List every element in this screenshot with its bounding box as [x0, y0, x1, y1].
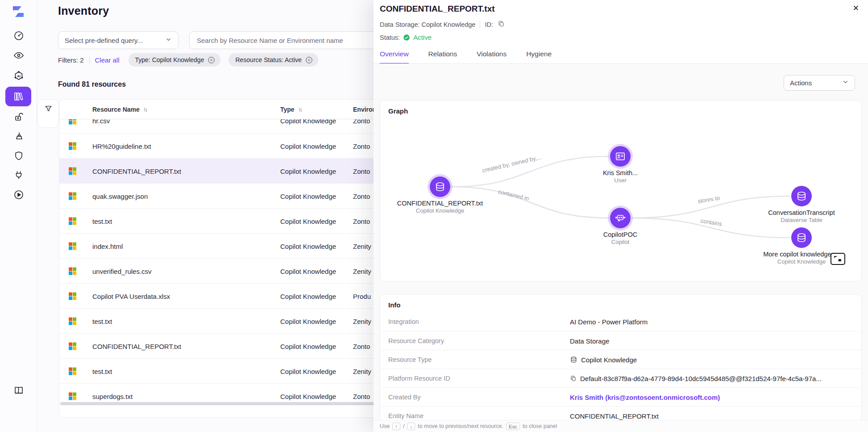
resource-type-cell: Copilot Knowledge — [280, 318, 336, 325]
info-row-label: Resource Type — [388, 356, 432, 363]
environment-cell: Zonto — [353, 218, 370, 225]
resource-name-cell: test.txt — [92, 218, 112, 225]
sort-type[interactable]: ↑↓ — [298, 106, 301, 113]
results-summary: Found 81 resources — [58, 80, 126, 88]
chip-close-icon[interactable] — [305, 56, 313, 64]
resource-type-cell: Copilot Knowledge — [280, 268, 336, 275]
environment-cell: Zonto — [353, 119, 370, 125]
query-select[interactable]: Select pre-defined query... — [58, 31, 179, 49]
database-icon — [434, 181, 446, 193]
info-row: Resource Category Data Storage — [380, 331, 861, 350]
resource-name-cell: test.txt — [92, 368, 112, 375]
resource-name-cell: CONFIDENTIAL_REPORT.txt — [92, 343, 181, 350]
tab-relations[interactable]: Relations — [428, 50, 457, 64]
edge-label: stores to — [698, 194, 721, 205]
filters-row: Filters: 2 Clear all Type: Copilot Knowl… — [58, 53, 318, 67]
environment-cell: Zenity — [353, 243, 371, 250]
microsoft-logo-icon — [69, 393, 76, 400]
microsoft-logo-icon — [69, 193, 76, 200]
id-card-icon — [615, 151, 626, 162]
sidebar-item-access[interactable] — [0, 107, 37, 127]
dashboard-gauge-icon — [13, 30, 24, 41]
resource-name-cell: Copilot PVA Userdata.xlsx — [92, 293, 170, 300]
query-select-placeholder: Select pre-defined query... — [65, 37, 165, 44]
copy-icon[interactable] — [498, 20, 505, 29]
resource-name-cell: unverified_rules.csv — [92, 268, 152, 275]
tab-violations[interactable]: Violations — [477, 50, 507, 64]
resource-type-cell: Copilot Knowledge — [280, 218, 336, 225]
graph-card: Graph created by, owned by,...contained … — [380, 100, 862, 281]
page-title: Inventory — [58, 4, 109, 17]
info-row-value: CONFIDENTIAL_REPORT.txt — [570, 412, 659, 419]
library-books-icon — [13, 91, 24, 102]
filter-chip[interactable]: Resource Status: Active — [228, 53, 318, 67]
shield-icon — [13, 151, 24, 161]
graph-node-user[interactable]: Kris Smith... User — [562, 146, 678, 185]
graph-node-sublabel: Dataverse Table — [781, 217, 822, 224]
panel-title: CONFIDENTIAL_REPORT.txt — [380, 4, 495, 14]
eye-icon — [13, 50, 24, 61]
filter-toggle-button[interactable] — [37, 99, 59, 128]
graph-node-report[interactable]: CONFIDENTIAL_REPORT.txt Copilot Knowledg… — [382, 176, 498, 215]
sort-resource-name[interactable]: ↑↓ — [143, 106, 146, 113]
filter-chip[interactable]: Type: Copilot Knowledge — [129, 53, 221, 67]
plug-icon — [13, 170, 24, 180]
tab-overview[interactable]: Overview — [380, 50, 409, 64]
sidebar-item-ai-security[interactable]: AI — [0, 66, 37, 86]
sidebar-item-playbooks[interactable] — [0, 185, 37, 205]
divider — [480, 21, 480, 28]
info-row-label: Integration — [388, 318, 419, 325]
clear-all-button[interactable]: Clear all — [95, 56, 120, 64]
sidebar-item-protection[interactable] — [0, 146, 37, 166]
sidebar-item-visibility[interactable] — [0, 46, 37, 65]
panel-status-row: Status: Active — [380, 34, 432, 41]
actions-button[interactable]: Actions — [784, 75, 855, 91]
arrow-down-key: ↓ — [407, 423, 415, 430]
resource-name-cell: HR%20guideline.txt — [92, 143, 151, 150]
copy-icon[interactable] — [570, 375, 577, 382]
environment-cell: Zonto — [353, 168, 370, 175]
panel-category: Data Storage: Copilot Knowledge — [380, 21, 475, 28]
resource-type-cell: Copilot Knowledge — [280, 368, 336, 375]
app-root: AI Inventory Select pre-defined query... — [0, 0, 868, 432]
svg-text:AI: AI — [17, 74, 21, 78]
tab-hygiene[interactable]: Hygiene — [526, 50, 552, 64]
info-rows: Integration AI Demo - Power Platform Res… — [380, 312, 861, 420]
info-row-value: Data Storage — [570, 337, 609, 344]
info-row-value: Default-83c87f9a-d62a-4779-89d4-10dc5945… — [570, 374, 822, 382]
info-row-value: AI Demo - Power Platform — [570, 318, 648, 326]
sidebar-item-dashboard[interactable] — [0, 26, 37, 46]
sidebar-item-inventory[interactable] — [5, 87, 31, 106]
graph-node-dataverse[interactable]: ConversationTranscript Dataverse Table — [743, 186, 860, 224]
resource-name-cell: hr.csv — [92, 119, 110, 125]
info-row: Resource Type Copilot Knowledge — [380, 350, 861, 369]
fullscreen-icon[interactable] — [831, 253, 845, 265]
open-book-icon — [13, 385, 24, 396]
sidebar-item-docs[interactable] — [0, 381, 37, 400]
keyboard-hints-footer: Use ↑ / ↓ to move to previous/next resou… — [374, 420, 868, 432]
database-icon — [796, 232, 807, 243]
sidebar-item-hygiene[interactable] — [0, 126, 37, 146]
chevron-down-icon — [165, 36, 172, 45]
graph-node-label: CopilotPOC — [603, 231, 638, 239]
broom-icon — [13, 131, 24, 142]
chevron-down-icon — [842, 79, 849, 87]
close-icon[interactable]: ✕ — [853, 4, 859, 12]
resource-name-cell: CONFIDENTIAL_REPORT.txt — [92, 168, 181, 175]
graph-node-sublabel: Copilot Knowledge — [777, 258, 826, 266]
zenity-logo-icon[interactable] — [12, 5, 25, 18]
environment-cell: Zonto — [353, 393, 370, 400]
info-row-label: Entity Name — [388, 412, 424, 419]
info-row-value[interactable]: Kris Smith (kris@zontosoent.onmicrosoft.… — [570, 393, 720, 401]
chip-close-icon[interactable] — [208, 56, 215, 64]
graph-node-sublabel: Copilot — [611, 239, 629, 246]
resource-name-cell: index.html — [92, 243, 123, 250]
graph-node-label: More copilot knowledges... — [763, 251, 840, 258]
sidebar-item-integrations[interactable] — [0, 165, 37, 185]
graph-node-sublabel: User — [614, 177, 626, 185]
graph-node-copilot[interactable]: CopilotPOC Copilot — [562, 208, 678, 246]
environment-cell: Zonto — [353, 143, 370, 150]
microsoft-logo-icon — [69, 143, 76, 150]
info-row: Created By Kris Smith (kris@zontosoent.o… — [380, 387, 861, 406]
graph-node-label: ConversationTranscript — [768, 209, 835, 217]
